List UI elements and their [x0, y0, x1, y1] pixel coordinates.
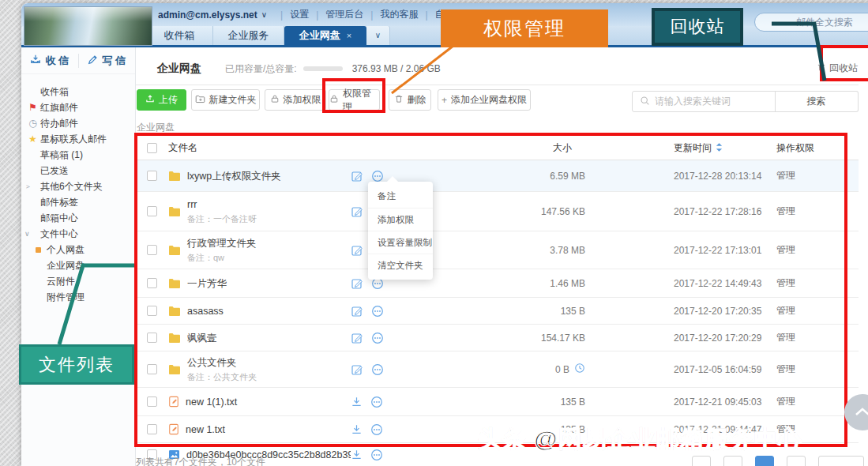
sort-icon[interactable]: [715, 142, 723, 155]
sidebar-item[interactable]: ∨文件中心: [21, 226, 135, 242]
context-menu-item[interactable]: 添加权限: [368, 208, 433, 231]
file-permission[interactable]: 管理: [776, 205, 855, 218]
file-name[interactable]: 飒飒壹: [187, 333, 217, 344]
breadcrumb[interactable]: 企业网盘: [137, 121, 175, 134]
file-name[interactable]: asasass: [187, 306, 224, 317]
edit-icon[interactable]: [351, 305, 363, 318]
row-checkbox[interactable]: [147, 206, 157, 216]
page-jump-box[interactable]: [818, 456, 864, 466]
edit-icon[interactable]: [351, 170, 363, 182]
column-header-perm[interactable]: 操作权限: [776, 141, 855, 155]
download-icon[interactable]: [351, 449, 363, 461]
context-menu-item[interactable]: 备注: [368, 185, 433, 208]
add-permission-button[interactable]: 添加权限: [265, 89, 326, 111]
page-button[interactable]: [723, 456, 742, 466]
sidebar-item[interactable]: 企业网盘: [21, 257, 135, 273]
tab-2[interactable]: 收件箱: [146, 26, 213, 45]
file-name[interactable]: new 1.txt: [186, 424, 225, 435]
table-row[interactable]: 公共文件夹备注：公共文件夹0 B2017-12-05 16:04:59管理: [136, 351, 859, 388]
table-row[interactable]: asasass135 B2017-12-20 17:20:35管理: [136, 298, 859, 325]
context-menu-item[interactable]: 设置容量限制: [368, 231, 433, 254]
account-menu-item[interactable]: 自助查询: [435, 8, 473, 21]
tab-3[interactable]: 企业服务: [213, 26, 284, 45]
edit-icon[interactable]: [351, 277, 363, 290]
sidebar-item[interactable]: ＞其他6个文件夹: [21, 179, 135, 194]
select-all-checkbox[interactable]: [147, 143, 157, 153]
sidebar-item[interactable]: 草稿箱 (1): [21, 147, 135, 163]
file-name[interactable]: 一片芳华: [187, 278, 227, 289]
table-row[interactable]: 一片芳华1.46 MB2017-12-22 14:49:43管理: [136, 269, 859, 298]
table-row[interactable]: rrr备注：一个备注呀147.56 KB2017-12-22 17:28:16管…: [136, 192, 859, 231]
receive-mail-button[interactable]: 收 信: [21, 54, 78, 68]
edit-icon[interactable]: [351, 363, 363, 376]
recycle-bin-button[interactable]: 回收站: [817, 62, 858, 75]
sidebar-item[interactable]: 附件管理: [21, 289, 135, 305]
sidebar-item[interactable]: 云附件: [21, 273, 135, 289]
file-permission[interactable]: 管理: [776, 395, 855, 408]
edit-icon[interactable]: [351, 332, 363, 344]
row-checkbox[interactable]: [147, 245, 157, 255]
sidebar-item[interactable]: ◷待办邮件: [21, 115, 135, 131]
sidebar-item[interactable]: 个人网盘: [21, 242, 135, 257]
sidebar-item[interactable]: 收件箱: [21, 84, 135, 100]
download-icon[interactable]: [351, 396, 363, 408]
file-permission[interactable]: 管理: [776, 331, 855, 344]
sidebar-item[interactable]: ★星标联系人邮件: [21, 131, 135, 147]
tab-active[interactable]: 企业网盘×: [284, 26, 366, 45]
file-permission[interactable]: 管理: [776, 363, 855, 376]
column-header-time[interactable]: 更新时间: [585, 141, 776, 155]
mail-fulltext-search-input[interactable]: 邮件全文搜索: [754, 13, 868, 32]
sidebar-item[interactable]: 邮箱中心: [21, 210, 135, 226]
table-row[interactable]: 飒飒壹154.17 KB2017-12-20 17:20:29管理: [136, 325, 859, 351]
permission-management-button[interactable]: 权限管理: [329, 89, 380, 111]
chevron-down-icon[interactable]: ∨: [24, 226, 30, 242]
row-checkbox[interactable]: [147, 396, 157, 407]
row-checkbox[interactable]: [147, 424, 157, 434]
file-name[interactable]: 行政管理文件夹: [187, 238, 257, 249]
file-permission[interactable]: 管理: [776, 304, 855, 318]
account-email[interactable]: admin@cm.elysys.net: [158, 9, 257, 21]
more-icon[interactable]: [370, 423, 383, 436]
account-menu-item[interactable]: 设置: [290, 8, 309, 21]
file-permission[interactable]: 管理: [776, 423, 855, 436]
new-folder-button[interactable]: 新建文件夹: [191, 89, 260, 111]
upload-button[interactable]: 上传: [137, 89, 186, 111]
table-row[interactable]: new 1.txt135 B2017-12-21 09:44:47管理: [136, 416, 859, 443]
edit-icon[interactable]: [351, 205, 363, 218]
file-search-input[interactable]: 请输入搜索关键词: [632, 91, 776, 112]
close-icon[interactable]: ×: [347, 31, 351, 40]
file-name[interactable]: lxywp上传权限文件夹: [187, 171, 281, 182]
file-name[interactable]: 公共文件夹: [187, 357, 257, 368]
edit-icon[interactable]: [351, 244, 363, 257]
row-checkbox[interactable]: [147, 364, 157, 374]
table-row[interactable]: 行政管理文件夹备注：qw3.78 MB2017-12-22 17:13:01管理: [136, 231, 859, 269]
delete-button[interactable]: 删除: [389, 89, 431, 111]
clock-icon[interactable]: [574, 363, 585, 376]
more-icon[interactable]: [371, 332, 384, 344]
page-button[interactable]: [692, 456, 711, 466]
search-button[interactable]: 搜索: [775, 91, 859, 112]
file-permission[interactable]: 管理: [776, 169, 855, 182]
page-button-active[interactable]: [755, 456, 774, 466]
sidebar-item[interactable]: 已发送: [21, 163, 135, 179]
download-icon[interactable]: [351, 423, 363, 436]
account-menu-item[interactable]: 退出: [490, 8, 509, 21]
row-checkbox[interactable]: [147, 278, 157, 288]
row-checkbox[interactable]: [147, 306, 157, 316]
file-permission[interactable]: 管理: [776, 276, 855, 290]
chevron-down-icon[interactable]: ∨: [261, 10, 267, 19]
more-icon[interactable]: [370, 449, 383, 461]
more-icon[interactable]: [371, 170, 384, 182]
row-checkbox[interactable]: [147, 171, 157, 181]
compose-mail-button[interactable]: 写 信: [78, 54, 136, 68]
tab-list-dropdown[interactable]: ∨: [366, 26, 390, 45]
row-checkbox[interactable]: [147, 333, 157, 343]
more-icon[interactable]: [371, 363, 384, 376]
file-name[interactable]: new 1(1).txt: [186, 396, 237, 408]
table-row[interactable]: lxywp上传权限文件夹6.59 MB2017-12-28 20:13:14管理: [136, 160, 859, 192]
table-row[interactable]: new 1(1).txt135 B2017-12-21 09:45:03管理: [136, 388, 859, 416]
more-icon[interactable]: [370, 396, 383, 408]
context-menu-item[interactable]: 清空文件夹: [368, 254, 433, 276]
more-icon[interactable]: [371, 305, 384, 318]
file-name[interactable]: rrr: [187, 199, 257, 210]
